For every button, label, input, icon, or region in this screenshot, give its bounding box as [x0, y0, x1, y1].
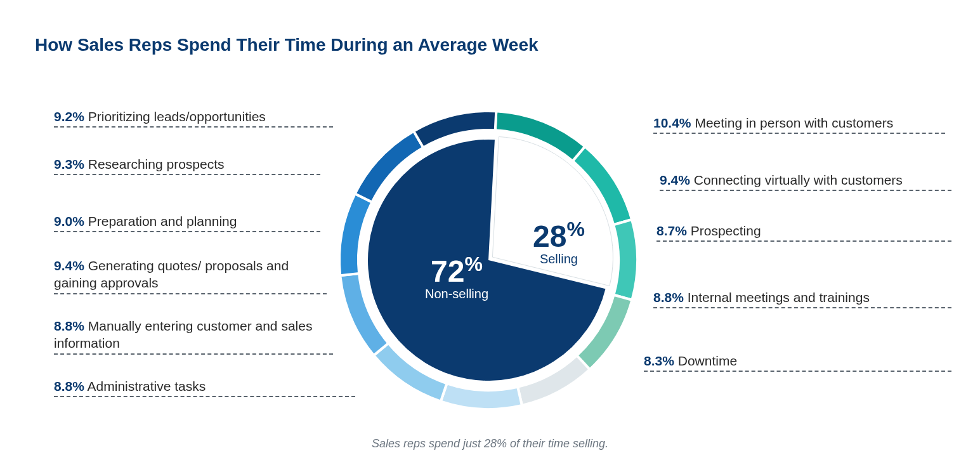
- chart-title: How Sales Reps Spend Their Time During a…: [35, 35, 539, 55]
- segment-label: 8.8% Internal meetings and trainings: [653, 289, 951, 308]
- segment-label: 8.3% Downtime: [644, 352, 951, 372]
- segment-label: 9.4% Connecting virtually with customers: [660, 171, 951, 191]
- chart-caption: Sales reps spend just 28% of their time …: [0, 437, 980, 450]
- segment-label: 8.8% Manually entering customer and sale…: [54, 317, 333, 355]
- donut-chart: 72% Non-selling 28% Selling: [330, 102, 647, 419]
- segment-label: 9.3% Researching prospects: [54, 155, 320, 175]
- segment-label: 8.8% Administrative tasks: [54, 378, 355, 397]
- segment-label: 8.7% Prospecting: [657, 222, 951, 242]
- segment-label: 10.4% Meeting in person with customers: [653, 114, 945, 134]
- segment-label: 9.0% Preparation and planning: [54, 213, 320, 232]
- segment-label: 9.4% Generating quotes/ proposals and ga…: [54, 257, 327, 294]
- segment-label: 9.2% Prioritizing leads/opportunities: [54, 108, 333, 128]
